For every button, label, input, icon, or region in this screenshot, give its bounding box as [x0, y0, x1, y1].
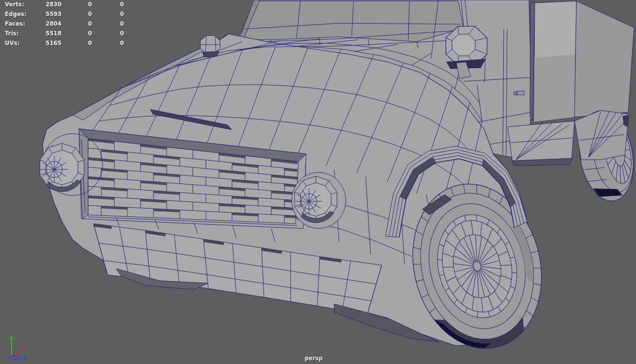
hud-tris-col3: 0	[95, 30, 124, 37]
hud-row-uvs: UVs: 5165 0 0	[0, 40, 145, 47]
hud-faces-col3: 0	[95, 20, 124, 27]
hud-verts-total: 2830	[29, 1, 62, 8]
hud-uvs-col3: 0	[95, 40, 124, 46]
hud-verts-col2: 0	[63, 1, 92, 8]
hud-edges-total: 5593	[29, 11, 62, 17]
hud-uvs-total: 5165	[29, 40, 62, 46]
hud-verts-col3: 0	[95, 1, 124, 8]
hud-row-tris: Tris: 5518 0 0	[0, 30, 145, 37]
camera-name-label: persp	[0, 355, 627, 362]
hud-tris-total: 5518	[29, 30, 62, 37]
hud-faces-col2: 0	[63, 20, 92, 27]
axis-gizmo-icon: yxz	[1, 334, 33, 361]
poly-count-hud: Verts: 2830 0 0 Edges: 5593 0 0 Faces: 2…	[0, 0, 145, 53]
hud-row-verts: Verts: 2830 0 0	[0, 1, 145, 8]
hud-faces-total: 2804	[29, 20, 62, 27]
hud-edges-col3: 0	[95, 11, 124, 17]
hud-edges-col2: 0	[63, 11, 92, 17]
hud-uvs-col2: 0	[63, 40, 92, 46]
axis-x-label: x	[20, 346, 23, 352]
hud-row-edges: Edges: 5593 0 0	[0, 11, 145, 18]
hud-tris-col2: 0	[63, 30, 92, 37]
truck-model-wireframe	[0, 0, 636, 364]
3d-viewport[interactable]: Verts: 2830 0 0 Edges: 5593 0 0 Faces: 2…	[0, 0, 636, 364]
axis-z-label: z	[23, 355, 26, 361]
hud-row-faces: Faces: 2804 0 0	[0, 20, 145, 28]
axis-y-label: y	[10, 334, 13, 341]
